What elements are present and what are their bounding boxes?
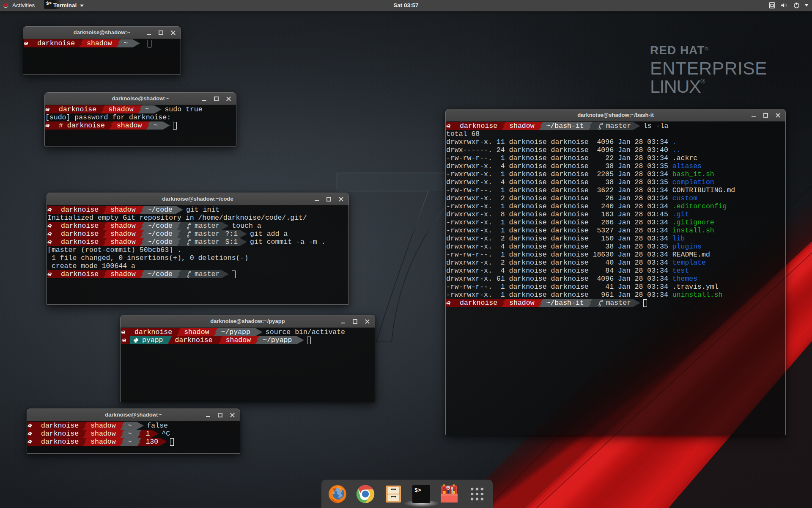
svg-text:$>: $> <box>414 487 421 494</box>
